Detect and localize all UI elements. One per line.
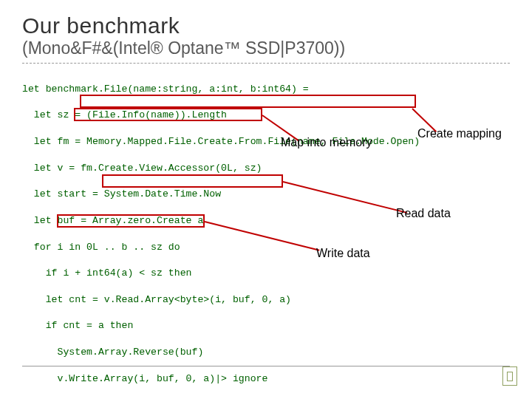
code-block: let benchmark.File(name:string, a:int, b… bbox=[22, 69, 510, 399]
slide-subtitle: (Mono&F#&(Intel® Optane™ SSD|P3700)) bbox=[22, 38, 510, 64]
annotation-read-data: Read data bbox=[396, 205, 451, 222]
code-line: let v = fm.Create.View.Accessor(0L, sz) bbox=[22, 162, 510, 175]
box-mmap-create bbox=[80, 95, 416, 108]
code-line: v.Write.Array(i, buf, 0, a)|> ignore bbox=[22, 372, 510, 386]
page-badge bbox=[502, 366, 517, 386]
page-badge-icon bbox=[507, 372, 513, 381]
footer-divider bbox=[22, 366, 510, 366]
annotation-create-mapping: Create mapping bbox=[417, 126, 502, 142]
code-line: if cnt = a then bbox=[22, 319, 510, 332]
annotation-map-into-memory: Map into memory bbox=[281, 134, 372, 151]
slide-title: Our benchmark bbox=[22, 13, 510, 38]
code-line: System.Array.Reverse(buf) bbox=[22, 346, 510, 359]
annotation-write-data: Write data bbox=[316, 245, 370, 262]
code-line: let sz = (File.Info(name)).Length bbox=[22, 109, 510, 122]
box-read-array bbox=[102, 174, 283, 188]
code-line: for i in 0L .. b .. sz do bbox=[22, 241, 510, 254]
code-line: let benchmark.File(name:string, a:int, b… bbox=[22, 83, 510, 96]
code-line: let cnt = v.Read.Array<byte>(i, buf, 0, … bbox=[22, 293, 510, 307]
code-line: if i + int64(a) < sz then bbox=[22, 267, 510, 280]
code-line: let start = System.Date.Time.Now bbox=[22, 188, 510, 201]
